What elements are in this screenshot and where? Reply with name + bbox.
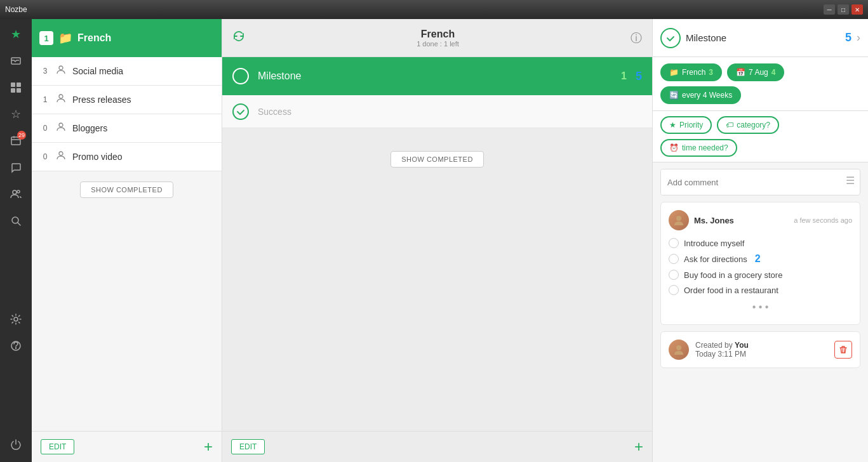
svg-point-15 xyxy=(676,216,681,221)
project-name: Press releases xyxy=(72,95,213,105)
svg-rect-3 xyxy=(11,88,15,93)
detail-actions-row: ★ Priority 🏷 category? ⏰ time needed? xyxy=(653,111,868,162)
task-checkbox-success[interactable] xyxy=(232,103,249,120)
checklist-item: Order food in a restaurant xyxy=(669,282,852,298)
check-circle[interactable] xyxy=(669,270,679,280)
tasks-edit-button[interactable]: EDIT xyxy=(231,439,265,454)
checklist-text: Ask for directions xyxy=(684,254,747,264)
projects-footer: EDIT + xyxy=(32,431,222,462)
titlebar: Nozbe ─ □ ✕ xyxy=(0,0,868,19)
tag-french-label: French xyxy=(682,68,705,77)
step-2-badge: 2 xyxy=(755,253,761,265)
project-name: Bloggers xyxy=(72,123,213,133)
task-item-milestone[interactable]: Milestone 1 5 xyxy=(222,57,652,95)
action-category-button[interactable]: 🏷 category? xyxy=(717,116,779,134)
comment-section: Ms. Jones a few seconds ago Introduce my… xyxy=(653,202,868,462)
project-item-social-media[interactable]: 3 Social media xyxy=(32,57,222,86)
action-time-button[interactable]: ⏰ time needed? xyxy=(660,139,737,157)
avatar-ms-jones xyxy=(669,210,689,230)
comment-header: Ms. Jones a few seconds ago xyxy=(669,210,852,230)
sidebar-item-comments[interactable] xyxy=(3,155,29,180)
delete-button[interactable] xyxy=(834,341,852,359)
project-count: 3 xyxy=(41,67,50,76)
avatar-image xyxy=(669,210,689,230)
comment-input[interactable] xyxy=(661,169,841,195)
projects-header[interactable]: 1 📁 French xyxy=(32,19,222,57)
minimize-button[interactable]: ─ xyxy=(824,4,835,15)
tag-repeat-button[interactable]: 🔄 every 4 Weeks xyxy=(660,86,741,104)
sidebar: ★ ☆ 29 xyxy=(0,19,32,462)
task-success-label: Success xyxy=(258,107,291,117)
sidebar-item-settings[interactable] xyxy=(3,307,29,332)
detail-next-button[interactable]: › xyxy=(857,31,860,44)
detail-task-title: Milestone xyxy=(686,32,840,43)
svg-rect-4 xyxy=(17,88,21,93)
project-count: 1 xyxy=(41,95,50,104)
checklist-item: Ask for directions 2 xyxy=(669,251,852,267)
project-item-bloggers[interactable]: 0 Bloggers xyxy=(32,114,222,143)
avatar-you-image xyxy=(669,340,689,360)
tag-french-button[interactable]: 📁 French 3 xyxy=(660,63,722,81)
sidebar-item-starred[interactable]: ☆ xyxy=(3,102,29,127)
sidebar-item-search[interactable] xyxy=(3,208,29,234)
tag-date-label: 7 Aug xyxy=(749,68,768,77)
svg-rect-2 xyxy=(17,82,21,87)
comment-input-area: ☰ xyxy=(660,169,860,195)
comment-block-ms-jones: Ms. Jones a few seconds ago Introduce my… xyxy=(660,202,860,325)
tasks-show-completed-button[interactable]: SHOW COMPLETED xyxy=(391,151,484,168)
project-item-promo-video[interactable]: 0 Promo video xyxy=(32,143,222,171)
sidebar-item-power[interactable] xyxy=(3,432,29,457)
checklist-text: Buy food in a grocery store xyxy=(684,270,782,280)
maximize-button[interactable]: □ xyxy=(838,4,849,15)
sidebar-item-calendar[interactable]: 29 xyxy=(3,128,29,154)
tag-date-button[interactable]: 📅 7 Aug 4 xyxy=(727,63,784,81)
check-circle[interactable] xyxy=(669,254,679,264)
info-button[interactable]: ⓘ xyxy=(631,30,642,46)
window-controls: ─ □ ✕ xyxy=(824,4,863,15)
refresh-button[interactable] xyxy=(232,30,245,46)
sidebar-item-help[interactable] xyxy=(3,333,29,359)
checklist: Introduce myself Ask for directions 2 Bu… xyxy=(669,235,852,298)
tag-date-step: 4 xyxy=(771,68,776,77)
app-name: Nozbe xyxy=(5,5,27,14)
sidebar-item-home[interactable]: ★ xyxy=(3,22,29,47)
list-icon[interactable]: ☰ xyxy=(841,169,860,192)
more-options[interactable]: • • • xyxy=(669,298,852,317)
close-button[interactable]: ✕ xyxy=(851,4,863,15)
comment-author: Ms. Jones xyxy=(694,216,789,225)
person-icon xyxy=(56,65,66,77)
tasks-add-button[interactable]: + xyxy=(634,438,643,456)
step-number-5: 5 xyxy=(636,70,642,83)
priority-label: Priority xyxy=(679,121,703,129)
task-item-success[interactable]: Success xyxy=(222,95,652,128)
avatar-you xyxy=(669,340,689,360)
projects-edit-button[interactable]: EDIT xyxy=(41,439,74,454)
check-circle[interactable] xyxy=(669,285,679,295)
project-title: French xyxy=(77,32,214,44)
svg-point-16 xyxy=(676,345,681,350)
check-circle[interactable] xyxy=(669,238,679,248)
sidebar-item-inbox[interactable] xyxy=(3,48,29,74)
svg-rect-1 xyxy=(11,82,15,87)
created-label: Created by xyxy=(695,341,733,350)
projects-add-button[interactable]: + xyxy=(204,438,213,456)
projects-show-completed-button[interactable]: SHOW COMPLETED xyxy=(80,182,173,198)
folder-tag-icon: 📁 xyxy=(669,68,679,77)
tasks-title: French xyxy=(253,29,623,40)
task-checkbox-milestone[interactable] xyxy=(232,68,249,84)
project-count: 0 xyxy=(41,124,50,133)
person-icon xyxy=(56,122,66,135)
sidebar-item-team[interactable] xyxy=(3,182,29,207)
person-icon xyxy=(56,150,66,163)
comment-time: a few seconds ago xyxy=(794,216,852,224)
person-icon xyxy=(56,93,66,106)
tasks-show-completed-area: SHOW COMPLETED xyxy=(222,128,652,190)
detail-step-number: 5 xyxy=(845,31,851,44)
action-priority-button[interactable]: ★ Priority xyxy=(660,116,712,134)
created-author: You xyxy=(735,341,749,350)
detail-complete-button[interactable] xyxy=(660,28,681,48)
time-icon: ⏰ xyxy=(669,143,679,152)
sidebar-item-projects[interactable] xyxy=(3,75,29,100)
project-badge: 1 xyxy=(39,31,53,45)
project-item-press-releases[interactable]: 1 Press releases xyxy=(32,86,222,114)
